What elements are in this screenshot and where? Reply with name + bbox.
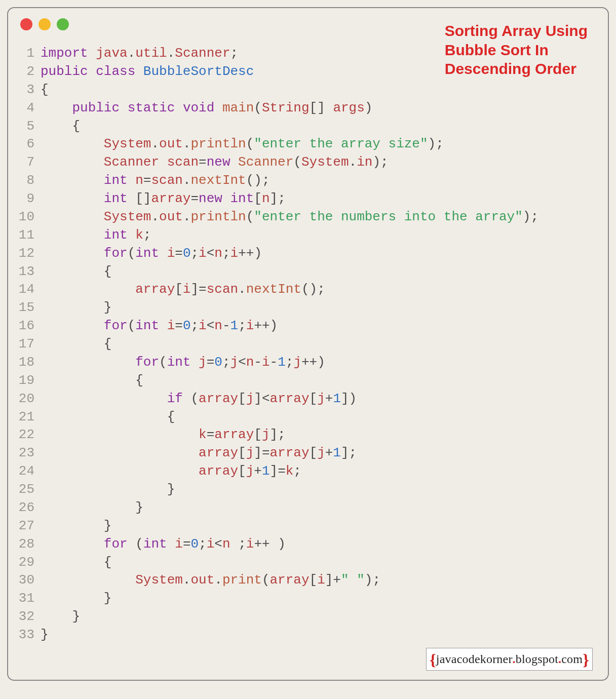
token-ident: j	[246, 391, 254, 406]
token-plain	[41, 318, 104, 333]
token-ident: System	[104, 136, 151, 151]
token-ident: out	[190, 572, 214, 588]
token-num: 1	[278, 355, 286, 370]
token-kw: public	[41, 64, 88, 79]
code-line: 20 if (array[j]<array[j+1])	[18, 390, 600, 408]
token-ident: i	[167, 246, 175, 261]
token-punc: ;	[222, 355, 230, 370]
token-punc: ])	[341, 391, 357, 406]
token-op: ++	[301, 355, 317, 370]
code-text: for(int j=0;j<n-i-1;j++)	[41, 354, 600, 372]
code-line: 27 }	[18, 517, 600, 535]
token-ident: array	[270, 391, 310, 406]
token-cls: BubbleSortDesc	[143, 64, 254, 79]
token-ident: array	[214, 427, 254, 442]
code-line: 32 }	[18, 608, 600, 626]
footer-badge: {javacodekorner.blogspot.com}	[426, 648, 593, 671]
token-ident: array	[270, 445, 310, 460]
token-plain	[41, 355, 135, 370]
token-punc: .	[214, 572, 222, 588]
close-icon[interactable]	[20, 18, 32, 30]
token-plain	[159, 246, 167, 261]
code-line: 3{	[18, 81, 600, 99]
code-text: }	[41, 499, 600, 517]
line-number: 19	[18, 372, 41, 390]
code-text: Scanner scan=new Scanner(System.in);	[41, 153, 600, 172]
line-number: 21	[18, 408, 41, 426]
token-ident: Scanner	[104, 154, 159, 170]
code-text: int n=scan.nextInt();	[41, 172, 600, 190]
token-str: "enter the array size"	[254, 136, 428, 151]
code-line: 7 Scanner scan=new Scanner(System.in);	[18, 153, 600, 172]
token-plain	[135, 64, 143, 79]
token-punc: .	[167, 46, 175, 61]
token-ident: j	[293, 355, 301, 370]
token-ident: i	[207, 536, 215, 552]
token-num: 0	[183, 246, 191, 261]
token-punc: {	[104, 336, 112, 352]
token-plain	[41, 427, 199, 442]
token-punc: ;	[191, 246, 199, 261]
token-ident: System	[135, 572, 183, 588]
token-kw: if	[167, 391, 183, 406]
token-punc: ;	[293, 463, 301, 479]
code-window: Sorting Array Using Bubble Sort In Desce…	[7, 7, 609, 681]
token-op: =	[199, 154, 207, 170]
token-fn: print	[222, 572, 262, 588]
code-line: 19 {	[18, 372, 600, 390]
token-ident: k	[199, 427, 207, 442]
token-punc: (	[246, 209, 254, 224]
line-number: 5	[18, 118, 41, 136]
line-number: 33	[18, 626, 41, 644]
token-op: ++	[238, 246, 254, 261]
token-plain	[41, 500, 135, 515]
token-plain	[41, 409, 167, 424]
line-number: 1	[18, 45, 41, 63]
token-ident: in	[357, 154, 372, 170]
code-text: }	[41, 517, 600, 535]
code-text: {	[41, 81, 600, 99]
code-line: 28 for (int i=0;i<n ;i++ )	[18, 535, 600, 554]
token-kw: int	[135, 318, 159, 333]
token-ident: i	[167, 318, 175, 333]
token-ident: array	[199, 463, 238, 479]
token-plain	[41, 445, 199, 460]
token-punc: ]	[270, 463, 278, 479]
token-plain	[88, 64, 96, 79]
code-line: 24 array[j+1]=k;	[18, 462, 600, 481]
token-ident: j	[230, 355, 239, 370]
token-ident: array	[199, 391, 238, 406]
line-number: 14	[18, 281, 41, 299]
line-number: 15	[18, 299, 41, 317]
brace-close-icon: }	[583, 650, 589, 669]
line-number: 32	[18, 608, 41, 626]
token-ident: i	[262, 355, 270, 370]
token-plain	[270, 536, 278, 552]
token-punc: ];	[341, 445, 357, 460]
token-plain	[159, 154, 167, 170]
code-text: System.out.print(array[i]+" ");	[41, 571, 600, 590]
line-number: 9	[18, 190, 41, 208]
token-punc: ;	[230, 46, 239, 61]
token-ident: Scanner	[175, 46, 230, 61]
token-op: =	[278, 463, 286, 479]
line-number: 28	[18, 535, 41, 554]
token-punc: .	[349, 154, 357, 170]
token-ident: System	[301, 154, 349, 170]
token-ident: scan	[151, 173, 182, 188]
token-op: -	[254, 355, 262, 370]
minimize-icon[interactable]	[38, 18, 51, 30]
token-kw: new	[199, 191, 222, 206]
token-op: =	[183, 536, 191, 552]
token-plain	[222, 191, 230, 206]
token-fn: println	[190, 136, 246, 151]
code-text: array[j]=array[j+1];	[41, 444, 600, 462]
title-line-3: Descending Order	[445, 59, 588, 79]
token-punc: (	[293, 154, 301, 170]
maximize-icon[interactable]	[57, 18, 69, 30]
token-plain	[41, 209, 104, 224]
code-line: 5 {	[18, 118, 600, 136]
token-kw: public	[72, 100, 120, 115]
code-line: 15 }	[18, 299, 600, 317]
token-ident: System	[104, 209, 151, 224]
